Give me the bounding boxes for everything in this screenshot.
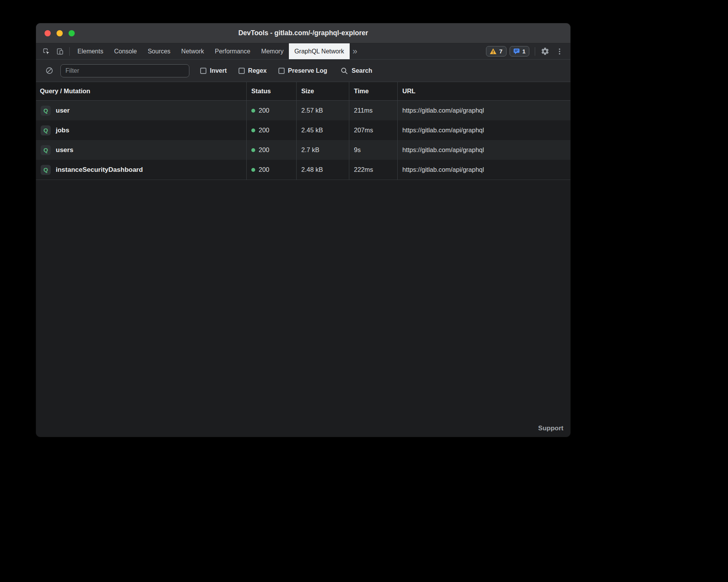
url-cell: https://gitlab.com/api/graphql [397, 140, 570, 160]
status-code: 200 [259, 127, 270, 134]
table-row[interactable]: Quser2002.57 kB211mshttps://gitlab.com/a… [36, 101, 570, 120]
checkbox-icon[interactable] [200, 68, 206, 74]
issues-badge[interactable]: 1 [510, 46, 529, 56]
status-cell: 200 [246, 140, 296, 160]
more-tabs-button[interactable]: » [350, 43, 361, 59]
status-ok-dot-icon [251, 148, 255, 152]
query-name: instanceSecurityDashboard [56, 166, 143, 174]
tab-graphql-network[interactable]: GraphQL Network [289, 43, 349, 59]
device-toolbar-button[interactable] [53, 43, 67, 59]
minimize-button[interactable] [57, 30, 63, 36]
tab-network[interactable]: Network [176, 43, 209, 59]
search-group[interactable]: Search [340, 67, 372, 75]
status-cell: 200 [246, 101, 296, 120]
url-cell: https://gitlab.com/api/graphql [397, 160, 570, 180]
url-cell: https://gitlab.com/api/graphql [397, 120, 570, 140]
block-icon [45, 67, 53, 75]
query-type-badge: Q [41, 165, 51, 175]
status-ok-dot-icon [251, 109, 255, 113]
devtools-tab-bar: ElementsConsoleSourcesNetworkPerformance… [36, 43, 570, 60]
table-row[interactable]: QinstanceSecurityDashboard2002.48 kB222m… [36, 160, 570, 180]
device-toolbar-icon [56, 48, 64, 55]
warnings-badge[interactable]: 7 [486, 46, 506, 56]
status-code: 200 [259, 166, 270, 173]
support-link[interactable]: Support [538, 425, 563, 432]
checkbox-preserve-log[interactable]: Preserve Log [278, 67, 327, 74]
maximize-button[interactable] [69, 30, 75, 36]
query-type-badge: Q [41, 145, 51, 155]
inspect-cursor-icon [42, 48, 50, 55]
time-cell: 9s [349, 140, 397, 160]
size-cell: 2.45 kB [296, 120, 349, 140]
checkbox-regex[interactable]: Regex [239, 67, 267, 74]
query-type-badge: Q [41, 106, 51, 116]
table-header: Query / Mutation Status Size Time URL [36, 82, 570, 101]
status-code: 200 [259, 146, 270, 154]
close-button[interactable] [45, 30, 51, 36]
query-name: users [56, 146, 73, 154]
status-ok-dot-icon [251, 128, 255, 132]
size-cell: 2.48 kB [296, 160, 349, 180]
inspect-element-button[interactable] [39, 43, 53, 59]
table-row[interactable]: Qjobs2002.45 kB207mshttps://gitlab.com/a… [36, 120, 570, 140]
settings-button[interactable] [537, 43, 553, 59]
window-title: DevTools - gitlab.com/-/graphql-explorer [36, 29, 570, 37]
clear-requests-button[interactable] [42, 67, 57, 75]
query-cell: Quser [36, 101, 246, 120]
time-cell: 207ms [349, 120, 397, 140]
titlebar[interactable]: DevTools - gitlab.com/-/graphql-explorer [36, 23, 570, 43]
checkbox-invert[interactable]: Invert [200, 67, 227, 74]
issue-count: 1 [522, 48, 525, 55]
issues-message-icon [513, 48, 520, 55]
toolbar-divider [535, 47, 535, 56]
time-cell: 211ms [349, 101, 397, 120]
search-label: Search [352, 67, 372, 74]
kebab-menu-icon [556, 48, 563, 55]
warning-icon [490, 48, 496, 54]
query-cell: QinstanceSecurityDashboard [36, 160, 246, 180]
column-header-time[interactable]: Time [349, 82, 397, 100]
filter-toolbar: InvertRegexPreserve Log Search [36, 60, 570, 82]
tab-console[interactable]: Console [109, 43, 143, 59]
tab-elements[interactable]: Elements [72, 43, 109, 59]
query-name: user [56, 107, 70, 115]
tab-sources[interactable]: Sources [142, 43, 176, 59]
tab-strip: ElementsConsoleSourcesNetworkPerformance… [72, 43, 350, 59]
query-cell: Qusers [36, 140, 246, 160]
filter-input[interactable] [60, 64, 189, 77]
checkbox-icon[interactable] [278, 68, 285, 74]
status-ok-dot-icon [251, 168, 255, 172]
status-code: 200 [259, 107, 270, 114]
status-cell: 200 [246, 120, 296, 140]
search-icon [340, 67, 348, 75]
column-header-url[interactable]: URL [397, 82, 570, 100]
tab-performance[interactable]: Performance [209, 43, 256, 59]
customize-menu-button[interactable] [553, 43, 567, 59]
size-cell: 2.57 kB [296, 101, 349, 120]
tabbar-spacer [361, 43, 486, 59]
checkbox-label: Invert [210, 67, 227, 74]
column-header-query-mutation[interactable]: Query / Mutation [36, 82, 246, 100]
checkbox-label: Preserve Log [288, 67, 327, 74]
query-name: jobs [56, 127, 69, 134]
devtools-window: DevTools - gitlab.com/-/graphql-explorer… [36, 23, 570, 437]
checkbox-label: Regex [248, 67, 267, 74]
filter-checkboxes: InvertRegexPreserve Log [200, 67, 327, 74]
table-body: Quser2002.57 kB211mshttps://gitlab.com/a… [36, 101, 570, 180]
query-type-badge: Q [41, 125, 51, 135]
traffic-lights [45, 30, 75, 36]
table-row[interactable]: Qusers2002.7 kB9shttps://gitlab.com/api/… [36, 140, 570, 160]
toolbar-divider [69, 47, 70, 56]
url-cell: https://gitlab.com/api/graphql [397, 101, 570, 120]
column-header-status[interactable]: Status [246, 82, 296, 100]
size-cell: 2.7 kB [296, 140, 349, 160]
warning-count: 7 [499, 48, 502, 55]
gear-icon [541, 47, 549, 56]
tab-memory[interactable]: Memory [256, 43, 289, 59]
column-header-size[interactable]: Size [296, 82, 349, 100]
checkbox-icon[interactable] [239, 68, 245, 74]
time-cell: 222ms [349, 160, 397, 180]
status-cell: 200 [246, 160, 296, 180]
query-cell: Qjobs [36, 120, 246, 140]
chevron-double-right-icon: » [353, 47, 357, 56]
